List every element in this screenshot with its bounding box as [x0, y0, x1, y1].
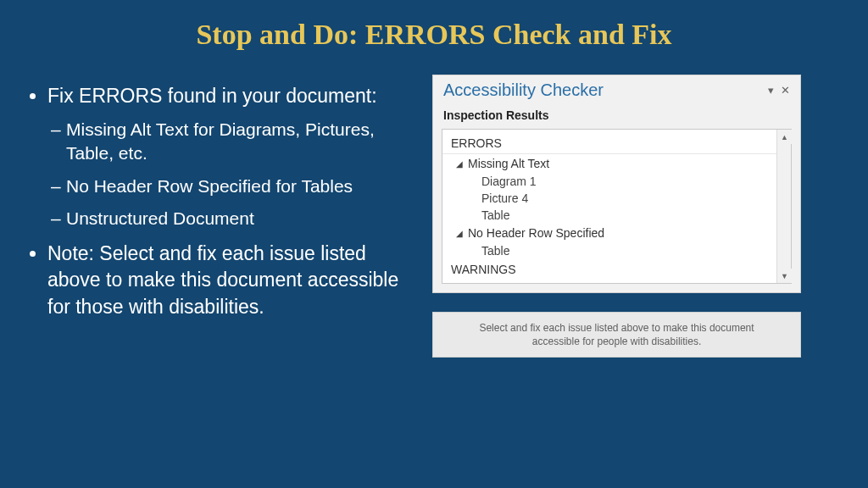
- results-inner: ERRORS ◢ Missing Alt Text Diagram 1 Pict…: [442, 130, 791, 283]
- scrollbar[interactable]: ▲ ▼: [776, 130, 791, 283]
- section-header-errors: ERRORS: [442, 133, 791, 154]
- list-item: Unstructured Document: [66, 207, 407, 230]
- group-label: Missing Alt Text: [468, 157, 549, 170]
- screenshot-column: Accessibility Checker ▾ ✕ Inspection Res…: [424, 75, 822, 358]
- list-item: No Header Row Specified for Tables: [66, 175, 407, 198]
- panel-title: Accessibility Checker: [443, 80, 765, 100]
- error-group[interactable]: ◢ No Header Row Specified: [442, 224, 791, 242]
- bullet-column: Fix ERRORS found in your document: Missi…: [25, 75, 424, 358]
- section-header-warnings: WARNINGS: [442, 259, 791, 280]
- bullet-list: Fix ERRORS found in your document: Missi…: [25, 83, 407, 320]
- error-item[interactable]: Table: [442, 207, 791, 224]
- collapse-icon: ◢: [456, 229, 463, 238]
- list-item: Note: Select and fix each issue listed a…: [47, 241, 407, 319]
- scroll-down-icon[interactable]: ▼: [777, 269, 792, 283]
- group-label: No Header Row Specified: [468, 226, 604, 240]
- sub-list: Missing Alt Text for Diagrams, Pictures,…: [47, 118, 407, 230]
- content-row: Fix ERRORS found in your document: Missi…: [0, 66, 868, 358]
- panel-subheading: Inspection Results: [433, 105, 800, 129]
- error-item[interactable]: Picture 4: [442, 190, 791, 207]
- panel-dropdown-icon[interactable]: ▾: [765, 84, 777, 97]
- close-icon[interactable]: ✕: [777, 84, 793, 97]
- list-item: Missing Alt Text for Diagrams, Pictures,…: [66, 118, 407, 166]
- panel-header: Accessibility Checker ▾ ✕: [433, 75, 800, 105]
- error-group[interactable]: ◢ Missing Alt Text: [442, 154, 791, 173]
- slide-title: Stop and Do: ERRORS Check and Fix: [0, 0, 868, 66]
- accessibility-checker-panel: Accessibility Checker ▾ ✕ Inspection Res…: [432, 75, 801, 293]
- collapse-icon: ◢: [456, 159, 463, 169]
- error-item[interactable]: Diagram 1: [442, 173, 791, 190]
- error-item[interactable]: Table: [442, 242, 791, 259]
- scroll-up-icon[interactable]: ▲: [777, 130, 792, 144]
- bullet-text: Fix ERRORS found in your document:: [47, 85, 377, 107]
- results-listbox: ERRORS ◢ Missing Alt Text Diagram 1 Pict…: [442, 129, 792, 284]
- slide: Stop and Do: ERRORS Check and Fix Fix ER…: [0, 0, 868, 488]
- hint-box: Select and fix each issue listed above t…: [432, 312, 801, 358]
- list-item: Fix ERRORS found in your document: Missi…: [47, 83, 407, 230]
